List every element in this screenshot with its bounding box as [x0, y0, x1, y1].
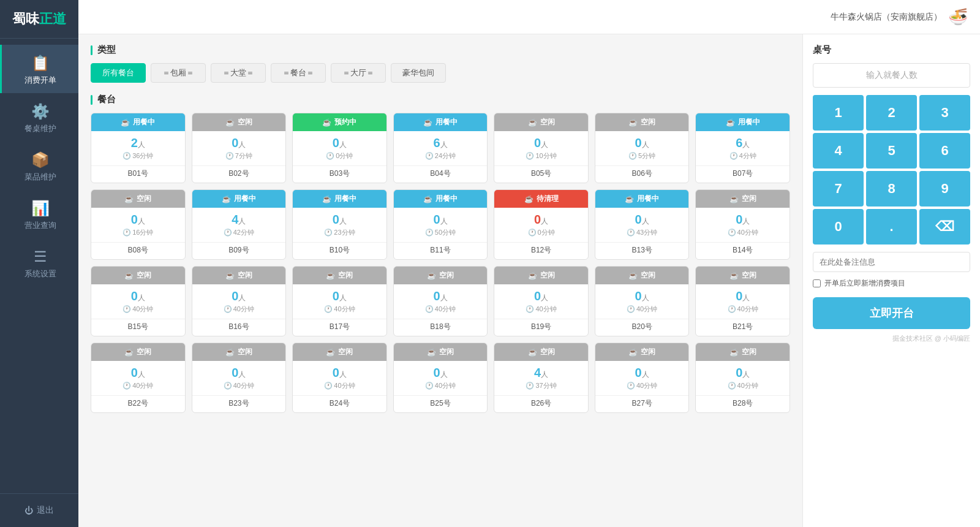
- clock-icon: 🕐: [728, 382, 736, 390]
- table-card[interactable]: ☕ 空闲 0人 🕐 40分钟 B25号: [393, 343, 488, 413]
- table-card[interactable]: ☕ 预约中 0人 🕐 0分钟 B03号: [292, 113, 387, 183]
- table-card[interactable]: ☕ 空闲 4人 🕐 37分钟 B26号: [494, 343, 589, 413]
- table-number: B08号: [91, 242, 185, 259]
- table-card[interactable]: ☕ 用餐中 0人 🕐 23分钟 B10号: [292, 189, 387, 260]
- sidebar-item-settings[interactable]: ☰ 系统设置: [0, 238, 78, 287]
- table-time: 🕐 50分钟: [398, 228, 484, 237]
- table-guests: 4人: [196, 213, 282, 227]
- time-value: 5分钟: [638, 151, 655, 161]
- status-icon: ☕: [326, 348, 335, 357]
- sidebar-item-menu[interactable]: 📦 菜品维护: [0, 142, 78, 190]
- numpad-btn-5[interactable]: 5: [866, 133, 917, 169]
- table-card[interactable]: ☕ 空闲 0人 🕐 40分钟 B19号: [494, 266, 589, 336]
- table-card[interactable]: ☕ 用餐中 0人 🕐 50分钟 B11号: [393, 189, 488, 260]
- table-card[interactable]: ☕ 空闲 0人 🕐 40分钟 B23号: [192, 343, 287, 413]
- table-card[interactable]: ☕ 空闲 0人 🕐 40分钟 B20号: [595, 266, 690, 336]
- table-card[interactable]: ☕ 空闲 0人 🕐 40分钟 B24号: [292, 343, 387, 413]
- clock-icon: 🕐: [123, 229, 131, 237]
- status-icon: ☕: [427, 348, 436, 357]
- filter-all[interactable]: 所有餐台: [91, 63, 146, 83]
- table-card[interactable]: ☕ 用餐中 6人 🕐 4分钟 B07号: [695, 113, 790, 183]
- table-guests: 0人: [95, 213, 181, 227]
- numpad-btn-0[interactable]: 0: [813, 209, 864, 245]
- store-name: 牛牛森火锅店（安南旗舰店）: [831, 12, 942, 23]
- guest-unit: 人: [138, 140, 145, 149]
- table-card[interactable]: ☕ 空闲 0人 🕐 40分钟 B27号: [595, 343, 690, 413]
- table-status: ☕ 空闲: [494, 343, 588, 361]
- guest-input-display[interactable]: 输入就餐人数: [813, 63, 970, 88]
- table-card[interactable]: ☕ 空闲 0人 🕐 16分钟 B08号: [91, 189, 186, 260]
- numpad-btn-3[interactable]: 3: [919, 95, 970, 131]
- numpad-btn-8[interactable]: 8: [866, 171, 917, 207]
- table-card[interactable]: ☕ 空闲 0人 🕐 40分钟 B16号: [192, 266, 287, 336]
- numpad-btn-4[interactable]: 4: [813, 133, 864, 169]
- status-icon: ☕: [222, 195, 231, 203]
- filter-table[interactable]: ＝餐台＝: [271, 63, 326, 83]
- remarks-input[interactable]: [813, 252, 970, 272]
- clock-icon: 🕐: [728, 305, 736, 313]
- table-card[interactable]: ☕ 空闲 0人 🕐 40分钟 B15号: [91, 266, 186, 336]
- guest-count: 0: [635, 136, 642, 150]
- table-status: ☕ 预约中: [293, 113, 386, 131]
- numpad-btn-6[interactable]: 6: [919, 133, 970, 169]
- status-label: 空闲: [742, 194, 756, 204]
- table-card[interactable]: ☕ 空闲 0人 🕐 40分钟 B21号: [695, 266, 790, 336]
- table-card[interactable]: ☕ 用餐中 6人 🕐 24分钟 B04号: [393, 113, 488, 183]
- filter-hall[interactable]: ＝大堂＝: [211, 63, 266, 83]
- logout-button[interactable]: ⏻ 退出: [0, 493, 78, 527]
- table-info: 0人 🕐 40分钟: [494, 284, 588, 316]
- table-card[interactable]: ☕ 空闲 0人 🕐 40分钟 B17号: [292, 266, 387, 336]
- table-card[interactable]: ☕ 用餐中 2人 🕐 36分钟 B01号: [91, 113, 186, 183]
- clock-icon: 🕐: [224, 229, 232, 237]
- open-table-button[interactable]: 立即开台: [813, 297, 970, 329]
- table-status: ☕ 空闲: [91, 190, 185, 208]
- table-card[interactable]: ☕ 空闲 0人 🕐 40分钟 B18号: [393, 266, 488, 336]
- table-info: 0人 🕐 16分钟: [91, 208, 185, 240]
- guest-count: 4: [534, 366, 541, 379]
- filter-luxury[interactable]: 豪华包间: [391, 63, 446, 83]
- table-number: B20号: [595, 319, 689, 336]
- sidebar-item-table[interactable]: ⚙️ 餐桌维护: [0, 93, 78, 142]
- numpad-btn-⌫[interactable]: ⌫: [919, 209, 970, 245]
- table-card[interactable]: ☕ 用餐中 4人 🕐 42分钟 B09号: [192, 189, 287, 260]
- table-status: ☕ 空闲: [91, 343, 185, 361]
- table-card[interactable]: ☕ 用餐中 0人 🕐 43分钟 B13号: [595, 189, 690, 260]
- sidebar-item-order[interactable]: 📋 消费开单: [0, 45, 78, 93]
- sidebar-item-report[interactable]: 📊 营业查询: [0, 190, 78, 238]
- table-card[interactable]: ☕ 空闲 0人 🕐 7分钟 B02号: [192, 113, 287, 183]
- status-icon: ☕: [729, 348, 739, 357]
- table-number: B12号: [494, 242, 588, 259]
- status-icon: ☕: [322, 118, 331, 127]
- numpad-btn-7[interactable]: 7: [813, 171, 864, 207]
- add-items-checkbox[interactable]: [813, 279, 821, 287]
- time-value: 40分钟: [535, 305, 556, 314]
- filter-tabs: 所有餐台 ＝包厢＝ ＝大堂＝ ＝餐台＝ ＝大厅＝ 豪华包间: [91, 63, 790, 83]
- table-grid: ☕ 用餐中 2人 🕐 36分钟 B01号 ☕ 空闲 0人 🕐 7分钟: [91, 113, 790, 413]
- table-card[interactable]: ☕ 空闲 0人 🕐 5分钟 B06号: [595, 113, 690, 183]
- table-guests: 0人: [296, 213, 383, 227]
- numpad-btn-.[interactable]: .: [866, 209, 917, 245]
- table-info: 0人 🕐 40分钟: [192, 284, 286, 316]
- guest-unit: 人: [541, 294, 548, 302]
- status-icon: ☕: [427, 271, 436, 280]
- table-info: 0人 🕐 40分钟: [595, 284, 689, 316]
- sidebar-item-label-table: 餐桌维护: [24, 123, 56, 134]
- table-card[interactable]: ☕ 空闲 0人 🕐 40分钟 B28号: [695, 343, 790, 413]
- table-card[interactable]: ☕ 空闲 0人 🕐 10分钟 B05号: [494, 113, 589, 183]
- numpad-btn-1[interactable]: 1: [813, 95, 864, 131]
- filter-vip[interactable]: ＝包厢＝: [151, 63, 206, 83]
- table-guests: 0人: [196, 136, 282, 150]
- table-number: B11号: [394, 242, 488, 259]
- table-card[interactable]: ☕ 待清理 0人 🕐 0分钟 B12号: [494, 189, 589, 260]
- guest-unit: 人: [138, 370, 145, 379]
- table-card[interactable]: ☕ 空闲 0人 🕐 40分钟 B14号: [695, 189, 790, 260]
- clock-icon: 🕐: [526, 305, 534, 313]
- filter-dating[interactable]: ＝大厅＝: [331, 63, 386, 83]
- status-label: 空闲: [338, 347, 353, 357]
- numpad-btn-9[interactable]: 9: [919, 171, 970, 207]
- numpad-btn-2[interactable]: 2: [866, 95, 917, 131]
- status-icon: ☕: [726, 118, 735, 127]
- table-card[interactable]: ☕ 空闲 0人 🕐 40分钟 B22号: [91, 343, 186, 413]
- table-number: B24号: [293, 395, 386, 412]
- clock-icon: 🕐: [425, 152, 434, 160]
